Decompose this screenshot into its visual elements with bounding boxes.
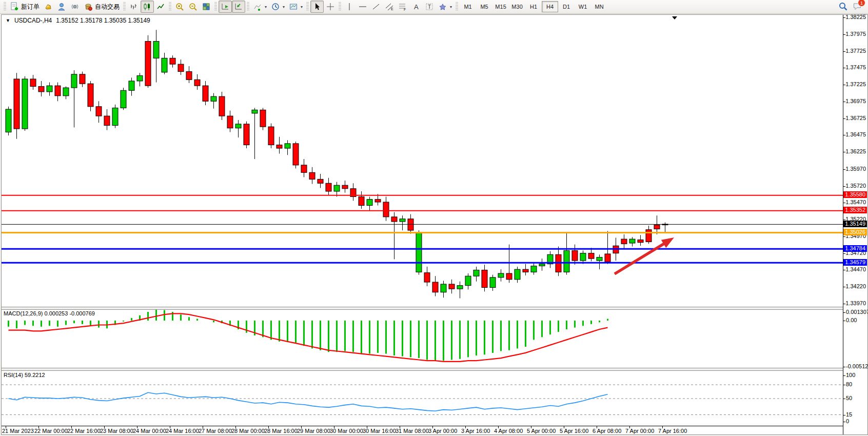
candle-body (588, 253, 594, 259)
vertical-line-button[interactable] (343, 1, 356, 13)
chart-window[interactable]: ▼ USDCAD-,H4 1.35152 1.35178 1.35035 1.3… (1, 14, 868, 435)
signal-icon (70, 2, 80, 11)
timeframe-w1[interactable]: W1 (575, 1, 591, 12)
price-tick-label: 1.37975 (845, 31, 866, 37)
timeframe-h4[interactable]: H4 (542, 1, 558, 12)
annotation-arrow-shaft[interactable] (615, 241, 668, 274)
chevron-down-icon: ▾ (301, 5, 303, 9)
macd-axis-label: 0.001307 (846, 309, 868, 315)
search-button[interactable] (838, 2, 847, 12)
candle-body (268, 127, 274, 145)
timeframe-mn[interactable]: MN (591, 1, 607, 12)
market-icon-button[interactable] (42, 1, 55, 13)
candle-body (14, 79, 19, 129)
time-axis-label: 7 Apr 00:00 (625, 428, 654, 434)
time-axis-label: 3 Apr 16:00 (461, 428, 490, 434)
candle-body (211, 96, 216, 101)
price-axis[interactable]: 1.382251.379751.377251.374751.372251.369… (843, 15, 867, 434)
text-button[interactable]: A (409, 1, 423, 13)
cursor-button[interactable] (310, 1, 324, 13)
horizontal-line-button[interactable] (356, 1, 369, 13)
candle-body (408, 219, 413, 230)
doc-plus-icon (10, 2, 19, 11)
tile-windows-button[interactable] (200, 1, 213, 13)
candle-body (539, 264, 545, 266)
toolbar-grip (214, 2, 217, 11)
navigator-button[interactable] (55, 1, 68, 13)
pane-separator-rsi[interactable] (2, 368, 843, 371)
timeframe-d1[interactable]: D1 (558, 1, 575, 12)
candlestick-chart-button[interactable] (141, 1, 154, 13)
time-axis-label: 31 Mar 08:00 (396, 428, 429, 434)
arrows-button[interactable]: ▾ (436, 1, 454, 13)
candle-body (597, 257, 602, 261)
templates-button[interactable]: ▾ (287, 1, 305, 13)
timeframe-m5[interactable]: M5 (476, 1, 492, 12)
price-tick-label: 1.35970 (845, 166, 866, 172)
candle-body (391, 217, 397, 222)
auto-trading-button[interactable]: 自动交易 (82, 1, 122, 13)
time-axis-label: 28 Mar 16:00 (264, 428, 298, 434)
new-order-button[interactable]: 新订单 (8, 1, 42, 13)
chart-canvas[interactable] (2, 15, 843, 426)
candle-body (96, 107, 102, 116)
label-button[interactable]: T (423, 1, 436, 13)
candle-body (6, 109, 11, 132)
time-axis-label: 22 Mar 00:00 (34, 428, 68, 434)
channel-button[interactable]: E (383, 1, 396, 13)
time-axis-label: 28 Mar 00:00 (231, 428, 265, 434)
candle-body (252, 110, 258, 113)
zoom-in-button[interactable] (173, 1, 186, 13)
timeframe-h1[interactable]: H1 (525, 1, 542, 12)
candle-body (367, 200, 372, 206)
zoom-out-button[interactable] (186, 1, 200, 13)
candle-body (194, 80, 200, 86)
crosshair-button[interactable] (324, 1, 337, 13)
toolbar-grip (456, 2, 458, 11)
chart-dropdown-icon[interactable]: ▼ (6, 18, 10, 23)
candle-body (129, 81, 134, 90)
price-tick-label: 1.34470 (845, 266, 866, 272)
candle-body (515, 269, 520, 280)
candle-body (506, 273, 512, 280)
notifications-button[interactable]: 1 (853, 2, 862, 12)
time-axis-label: 24 Mar 00:00 (133, 428, 166, 434)
signals-button[interactable] (68, 1, 82, 13)
indicators-button[interactable]: ▾ (251, 1, 269, 13)
candle-body (457, 286, 463, 289)
rsi-axis-label: 50 (846, 395, 852, 401)
bar-chart-button[interactable] (127, 1, 141, 13)
annotation-arrow-head[interactable] (661, 237, 674, 248)
time-axis-label: 30 Mar 16:00 (363, 428, 396, 434)
candle-body (301, 165, 307, 172)
time-axis-label: 29 Mar 08:00 (297, 428, 330, 434)
bars-icon (129, 2, 139, 11)
level-price-badge: 1.35580 (843, 191, 867, 198)
candle-body (203, 86, 208, 101)
candle-body (30, 79, 36, 86)
auto-trading-button-label: 自动交易 (95, 3, 120, 11)
autoscroll-icon (221, 2, 230, 11)
symbol-period-label: USDCAD-,H4 (14, 17, 52, 24)
time-axis-label: 4 Apr 08:00 (494, 428, 523, 434)
trendline-button[interactable] (369, 1, 383, 13)
time-axis[interactable]: 21 Mar 202322 Mar 00:0022 Mar 16:0023 Ma… (2, 426, 843, 434)
scroll-marker-icon (672, 16, 677, 19)
linechart-icon (156, 2, 165, 11)
candle-body (342, 185, 348, 189)
candle-body (145, 42, 151, 86)
pane-separator-macd[interactable] (2, 307, 843, 310)
candle-body (629, 239, 635, 243)
chart-shift-button[interactable] (232, 1, 245, 13)
toolbar-grip (306, 2, 309, 11)
timeframe-m30[interactable]: M30 (509, 1, 525, 12)
line-chart-button[interactable] (154, 1, 167, 13)
fibonacci-button[interactable]: F (396, 1, 409, 13)
auto-scroll-button[interactable] (219, 1, 232, 13)
svg-text:F: F (404, 8, 406, 11)
zoomout-icon (188, 2, 198, 11)
axis-tick (843, 312, 845, 313)
periods-button[interactable]: ▾ (269, 1, 287, 13)
timeframe-m15[interactable]: M15 (492, 1, 509, 12)
timeframe-m1[interactable]: M1 (460, 1, 476, 12)
